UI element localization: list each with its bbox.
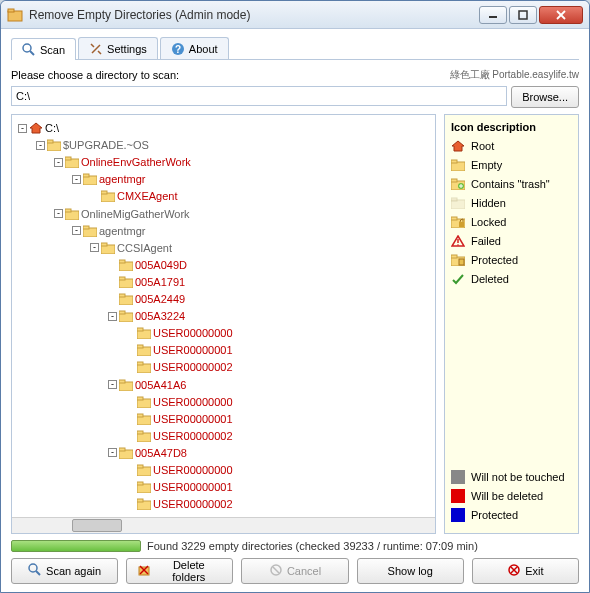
tree-node-label: USER00000000 <box>153 325 233 341</box>
svg-rect-57 <box>451 160 457 163</box>
svg-point-68 <box>457 244 459 246</box>
tree-node[interactable]: -CCSIAgent <box>14 239 433 256</box>
folder-icon <box>83 173 97 185</box>
tree-node[interactable]: CMXEAgent <box>14 187 433 204</box>
collapse-icon[interactable]: - <box>108 448 117 457</box>
tree-node[interactable]: USER00000002 <box>14 358 433 375</box>
tree-node[interactable]: -C:\ <box>14 119 433 136</box>
delete-folders-button[interactable]: Delete folders <box>126 558 233 584</box>
collapse-icon[interactable]: - <box>90 243 99 252</box>
window-title: Remove Empty Directories (Admin mode) <box>29 8 479 22</box>
horizontal-scrollbar[interactable] <box>12 517 435 533</box>
tree-node[interactable]: -005A47D8 <box>14 444 433 461</box>
folder-icon <box>65 208 79 220</box>
tree-node[interactable]: USER00000000 <box>14 324 433 341</box>
tree-node[interactable]: -005A41A6 <box>14 375 433 392</box>
tree-node[interactable]: USER00000002 <box>14 495 433 512</box>
collapse-icon[interactable]: - <box>36 141 45 150</box>
collapse-icon[interactable]: - <box>54 209 63 218</box>
svg-rect-16 <box>83 174 89 177</box>
tree-node[interactable]: USER00000001 <box>14 410 433 427</box>
svg-rect-12 <box>47 140 53 143</box>
svg-rect-28 <box>119 277 125 280</box>
collapse-icon[interactable]: - <box>108 380 117 389</box>
tree-node[interactable]: USER00000000 <box>14 461 433 478</box>
protected-icon <box>451 253 465 267</box>
svg-rect-24 <box>101 243 107 246</box>
color-swatch <box>451 508 465 522</box>
tree-node[interactable]: -agentmgr <box>14 170 433 187</box>
tree-node[interactable]: 005A049D <box>14 256 433 273</box>
color-swatch <box>451 470 465 484</box>
root-icon <box>451 139 465 153</box>
legend-item: Locked <box>451 215 572 229</box>
color-swatch <box>451 489 465 503</box>
hidden-icon <box>451 196 465 210</box>
close-button[interactable] <box>539 6 583 24</box>
tree-node[interactable]: 005A1791 <box>14 273 433 290</box>
tree-node[interactable]: USER00000002 <box>14 427 433 444</box>
directory-row: Browse... <box>11 86 579 108</box>
tree-node-label: USER00000000 <box>153 394 233 410</box>
folder-icon <box>119 379 133 391</box>
cancel-button[interactable]: Cancel <box>241 558 348 584</box>
tree-node-label: 005A47D8 <box>135 445 187 461</box>
legend-color-item: Protected <box>451 508 572 522</box>
legend-label: Protected <box>471 254 518 266</box>
tree-node-label: OnlineEnvGatherWork <box>81 154 191 170</box>
legend-color-label: Will not be touched <box>471 471 565 483</box>
tree-leaf-spacer <box>90 192 99 201</box>
directory-input[interactable] <box>11 86 507 106</box>
svg-rect-22 <box>83 226 89 229</box>
exit-button[interactable]: Exit <box>472 558 579 584</box>
browse-button[interactable]: Browse... <box>511 86 579 108</box>
folder-icon <box>101 190 115 202</box>
collapse-icon[interactable]: - <box>108 312 117 321</box>
folder-icon <box>137 430 151 442</box>
tab-scan-label: Scan <box>40 44 65 56</box>
svg-rect-64 <box>451 217 457 220</box>
tree-leaf-spacer <box>126 346 135 355</box>
svg-rect-65 <box>459 222 464 227</box>
tree-node[interactable]: USER00000001 <box>14 341 433 358</box>
tree-leaf-spacer <box>108 277 117 286</box>
tab-scan[interactable]: Scan <box>11 38 76 60</box>
tree-node[interactable]: -005A3224 <box>14 307 433 324</box>
tree-node[interactable]: -$UPGRADE.~OS <box>14 136 433 153</box>
legend-item: Protected <box>451 253 572 267</box>
folder-icon <box>137 327 151 339</box>
directory-tree[interactable]: -C:\-$UPGRADE.~OS-OnlineEnvGatherWork-ag… <box>12 115 435 517</box>
tree-node[interactable]: -OnlineMigGatherWork <box>14 204 433 221</box>
client-area: Scan Settings ? About Please choose a di… <box>1 29 589 592</box>
scrollbar-thumb[interactable] <box>72 519 122 532</box>
folder-icon <box>137 498 151 510</box>
tree-node[interactable]: -agentmgr <box>14 222 433 239</box>
cancel-icon <box>269 563 283 579</box>
svg-rect-48 <box>119 448 125 451</box>
tab-about[interactable]: ? About <box>160 37 229 59</box>
button-row: Scan again Delete folders Cancel Show lo… <box>11 558 579 584</box>
tree-node[interactable]: USER00000001 <box>14 478 433 495</box>
minimize-button[interactable] <box>479 6 507 24</box>
tree-node[interactable]: -OnlineEnvGatherWork <box>14 153 433 170</box>
tree-leaf-spacer <box>126 483 135 492</box>
tab-settings[interactable]: Settings <box>78 37 158 59</box>
svg-rect-20 <box>65 209 71 212</box>
folder-icon <box>119 259 133 271</box>
collapse-icon[interactable]: - <box>72 226 81 235</box>
scan-again-button[interactable]: Scan again <box>11 558 118 584</box>
legend-label: Root <box>471 140 494 152</box>
maximize-button[interactable] <box>509 6 537 24</box>
tree-node-label: USER00000001 <box>153 342 233 358</box>
show-log-button[interactable]: Show log <box>357 558 464 584</box>
app-icon <box>7 7 23 23</box>
collapse-icon[interactable]: - <box>18 124 27 133</box>
trash-icon <box>451 177 465 191</box>
tree-node-label: USER00000002 <box>153 359 233 375</box>
tree-node-label: C:\ <box>45 120 59 136</box>
tree-node[interactable]: 005A2449 <box>14 290 433 307</box>
folder-icon <box>119 310 133 322</box>
tree-node[interactable]: USER00000000 <box>14 393 433 410</box>
collapse-icon[interactable]: - <box>54 158 63 167</box>
collapse-icon[interactable]: - <box>72 175 81 184</box>
